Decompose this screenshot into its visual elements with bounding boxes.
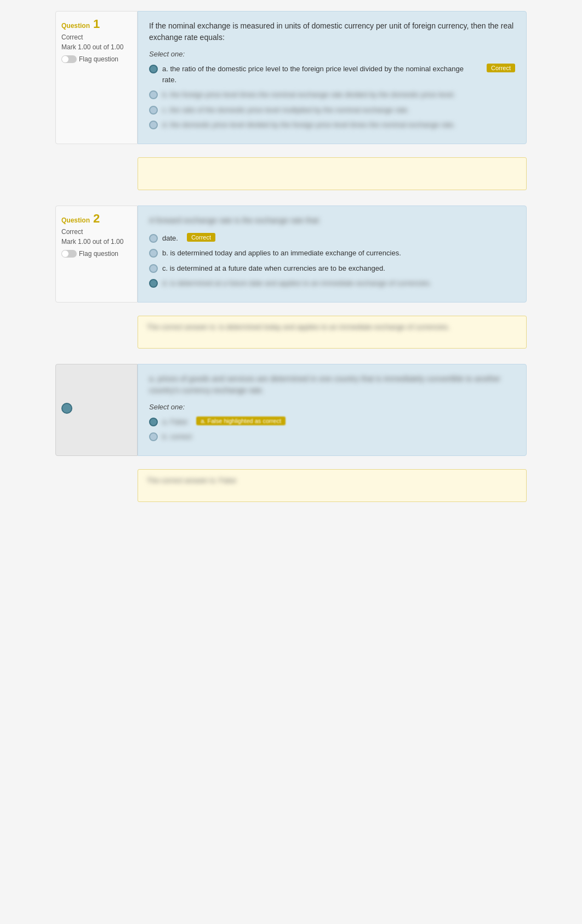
question-2-option-a[interactable]: date. Correct bbox=[149, 233, 515, 244]
question-1-number: 1 bbox=[93, 17, 100, 31]
question-3-radio-b[interactable] bbox=[149, 432, 158, 441]
question-1-feedback-row bbox=[55, 155, 527, 190]
question-2-text: A forward exchange rate is the exchange … bbox=[149, 215, 515, 226]
question-1-feedback bbox=[138, 157, 527, 190]
question-2-feedback-text: The correct answer is: is determined tod… bbox=[147, 323, 450, 331]
question-2-option-d[interactable]: d. is determined at a future date and ap… bbox=[149, 278, 515, 289]
question-2-option-b[interactable]: b. is determined today and applies to an… bbox=[149, 248, 515, 259]
question-2-status: Correct bbox=[61, 228, 132, 236]
page-container: Question 1 Correct Mark 1.00 out of 1.00… bbox=[55, 11, 527, 502]
question-1-option-a[interactable]: a. the ratio of the domestic price level… bbox=[149, 64, 515, 85]
question-1-radio-b[interactable] bbox=[149, 90, 158, 99]
question-3-feedback-spacer bbox=[55, 467, 138, 502]
question-1-flag[interactable]: Flag question bbox=[61, 55, 132, 63]
question-3-radio-a[interactable] bbox=[149, 418, 158, 426]
question-2-radio-a[interactable] bbox=[149, 234, 158, 243]
question-2-answer-c: c. is determined at a future date when c… bbox=[162, 263, 385, 274]
question-1-option-d[interactable]: d. the domestic price level divided by t… bbox=[149, 119, 515, 130]
question-1-option-c[interactable]: c. the ratio of the domestic price level… bbox=[149, 105, 515, 116]
question-1-sidebar: Question 1 Correct Mark 1.00 out of 1.00… bbox=[55, 11, 138, 144]
question-2-label: Question bbox=[61, 216, 90, 224]
question-3-sidebar bbox=[55, 364, 138, 456]
question-2-answer-a-prefix: date. bbox=[162, 233, 178, 244]
question-3-select-label: Select one: bbox=[149, 403, 515, 411]
question-1-select-label: Select one: bbox=[149, 50, 515, 58]
question-2-mark: Mark 1.00 out of 1.00 bbox=[61, 238, 132, 246]
question-1-option-b[interactable]: b. the foreign price level times the nom… bbox=[149, 89, 515, 100]
question-3-feedback-row: The correct answer is: False bbox=[55, 467, 527, 502]
question-3-answer-a: a. False bbox=[162, 417, 187, 427]
question-2-feedback: The correct answer is: is determined tod… bbox=[138, 316, 527, 349]
question-1-radio-d[interactable] bbox=[149, 121, 158, 129]
question-3-option-a[interactable]: a. False a. False highlighted as correct bbox=[149, 417, 515, 427]
question-2-flag[interactable]: Flag question bbox=[61, 250, 132, 258]
question-1-flag-toggle[interactable] bbox=[61, 55, 77, 63]
question-3-badge-a: a. False highlighted as correct bbox=[196, 417, 286, 425]
question-1-radio-c[interactable] bbox=[149, 106, 158, 115]
question-2-answer-b: b. is determined today and applies to an… bbox=[162, 248, 401, 259]
question-2-number: 2 bbox=[93, 212, 100, 226]
question-2-option-c[interactable]: c. is determined at a future date when c… bbox=[149, 263, 515, 274]
question-1-content: If the nominal exchange is measured in u… bbox=[138, 11, 527, 144]
question-2-flag-label: Flag question bbox=[79, 250, 118, 258]
question-3-content: a. prices of goods and services are dete… bbox=[138, 364, 527, 456]
question-1-answer-d: d. the domestic price level divided by t… bbox=[162, 119, 455, 130]
question-1-mark: Mark 1.00 out of 1.00 bbox=[61, 43, 132, 51]
question-1-answer-b: b. the foreign price level times the nom… bbox=[162, 89, 455, 100]
question-3-radio-placeholder bbox=[61, 403, 132, 414]
question-3-option-b[interactable]: b. correct bbox=[149, 431, 515, 442]
question-2-flag-toggle[interactable] bbox=[61, 250, 77, 258]
question-2-answer-d: d. is determined at a future date and ap… bbox=[162, 278, 431, 289]
question-3-feedback: The correct answer is: False bbox=[138, 469, 527, 502]
question-3-block: a. prices of goods and services are dete… bbox=[55, 364, 527, 456]
question-3-text: a. prices of goods and services are dete… bbox=[149, 373, 515, 396]
question-1-correct-badge-a: Correct bbox=[487, 64, 515, 72]
question-2-content: A forward exchange rate is the exchange … bbox=[138, 206, 527, 303]
question-2-radio-b[interactable] bbox=[149, 249, 158, 258]
question-1-answer-c: c. the ratio of the domestic price level… bbox=[162, 105, 409, 116]
question-2-radio-c[interactable] bbox=[149, 264, 158, 273]
question-1-label: Question bbox=[61, 22, 90, 30]
question-1-answer-a: a. the ratio of the domestic price level… bbox=[162, 64, 478, 85]
question-1-status: Correct bbox=[61, 33, 132, 41]
question-2-radio-d[interactable] bbox=[149, 279, 158, 288]
question-1-wrapper: Question 1 Correct Mark 1.00 out of 1.00… bbox=[55, 11, 527, 190]
question-1-text: If the nominal exchange is measured in u… bbox=[149, 20, 515, 43]
question-1-radio-a[interactable] bbox=[149, 65, 158, 73]
question-1-block: Question 1 Correct Mark 1.00 out of 1.00… bbox=[55, 11, 527, 144]
question-1-feedback-spacer bbox=[55, 155, 138, 190]
question-3-answer-b: b. correct bbox=[162, 431, 192, 442]
question-3-feedback-text: The correct answer is: False bbox=[147, 476, 236, 484]
question-2-sidebar: Question 2 Correct Mark 1.00 out of 1.00… bbox=[55, 206, 138, 303]
question-2-feedback-row: The correct answer is: is determined tod… bbox=[55, 313, 527, 349]
question-1-flag-label: Flag question bbox=[79, 55, 118, 63]
question-3-sidebar-radio bbox=[61, 403, 72, 414]
question-2-wrapper: Question 2 Correct Mark 1.00 out of 1.00… bbox=[55, 206, 527, 349]
question-3-wrapper: a. prices of goods and services are dete… bbox=[55, 364, 527, 502]
question-2-feedback-spacer bbox=[55, 313, 138, 349]
question-2-correct-badge-a: Correct bbox=[187, 233, 215, 242]
question-2-block: Question 2 Correct Mark 1.00 out of 1.00… bbox=[55, 206, 527, 303]
